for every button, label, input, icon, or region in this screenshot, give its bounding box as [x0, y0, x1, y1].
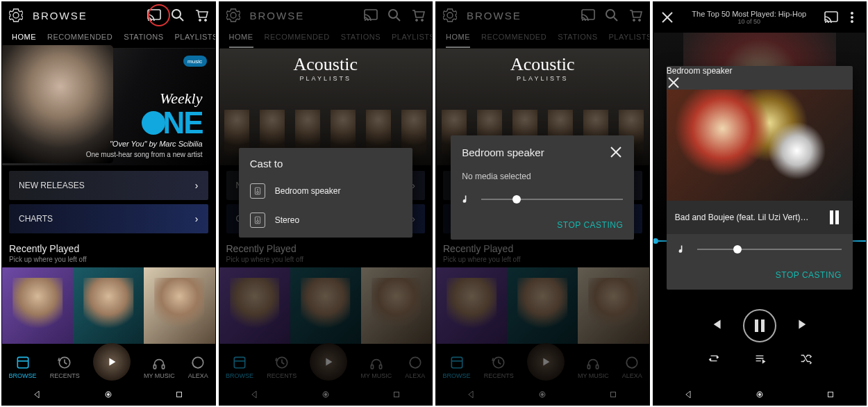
screen-browse: BROWSE HOME RECOMMENDED STATIONS PLAYLIS… [1, 1, 216, 406]
android-nav-bar [2, 385, 215, 405]
nav-now-playing[interactable] [93, 343, 131, 381]
mini-pause-button[interactable] [825, 208, 844, 227]
cast-device-row[interactable]: Stereo [239, 206, 412, 235]
search-icon[interactable] [171, 8, 185, 22]
android-home-icon[interactable] [755, 390, 765, 401]
volume-slider[interactable] [697, 249, 842, 250]
recent-thumb[interactable] [2, 267, 73, 344]
volume-row [451, 184, 634, 215]
next-track-icon[interactable] [796, 317, 811, 334]
cast-session-dialog: Bedroom speaker No media selected STOP C… [451, 135, 634, 240]
cast-to-dialog: Cast to Bedroom speaker Stereo [239, 148, 412, 238]
speaker-device-icon [250, 183, 265, 199]
hero-tagline: One must-hear song from a new artist [86, 151, 203, 158]
more-icon[interactable] [845, 10, 859, 24]
player-top-bar: The Top 50 Most Played: Hip-Hop 10 of 50 [653, 2, 867, 33]
recent-thumb[interactable] [73, 267, 144, 344]
nav-my-music[interactable]: MY MUSIC [144, 355, 175, 379]
speaker-device-icon [250, 213, 265, 228]
music-note-icon [462, 194, 473, 205]
screen-now-playing: The Top 50 Most Played: Hip-Hop 10 of 50… [653, 1, 867, 406]
hero-subtitle: PLAYLISTS [294, 75, 358, 82]
row-new-releases[interactable]: NEW RELEASES › [9, 171, 208, 200]
cast-session-dialog: Bedroom speaker Bad and Boujee (feat. Li… [667, 66, 853, 290]
cast-device-name: Bedroom speaker [275, 186, 341, 196]
android-back-icon[interactable] [684, 390, 694, 401]
android-recents-icon[interactable] [826, 390, 835, 401]
track-position: 10 of 50 [681, 18, 818, 25]
cart-icon[interactable] [194, 8, 208, 22]
screen-cast-to: BROWSE HOME RECOMMENDED STATIONS PLAYLIS… [219, 1, 433, 406]
recent-thumb[interactable] [144, 267, 215, 344]
close-icon[interactable] [609, 145, 623, 159]
close-icon[interactable] [660, 10, 674, 24]
android-recents-icon[interactable] [174, 390, 184, 401]
hero-song-credit: "Over You" by Marc Scibilia [86, 140, 203, 148]
playlist-title: The Top 50 Most Played: Hip-Hop [681, 10, 818, 18]
tab-stations[interactable]: STATIONS [124, 28, 163, 48]
android-back-icon[interactable] [33, 390, 42, 401]
settings-gear-icon[interactable] [9, 8, 23, 22]
stop-casting-button[interactable]: STOP CASTING [667, 265, 853, 283]
cast-device-name: Stereo [275, 215, 299, 225]
android-home-icon[interactable] [103, 390, 113, 401]
screen-cast-connected: BROWSE HOME RECOMMENDED STATIONS PLAYLIS… [435, 1, 650, 406]
top-bar: BROWSE [2, 2, 215, 28]
cast-icon[interactable] [824, 10, 838, 24]
recently-played-title: Recently Played [2, 238, 215, 256]
cast-device-row[interactable]: Bedroom speaker [239, 176, 412, 206]
chevron-right-icon: › [195, 180, 199, 191]
chevron-right-icon: › [195, 213, 199, 224]
song-title: Bad and Boujee (feat. Lil Uzi Vert)… [675, 213, 825, 222]
no-media-label: No media selected [451, 169, 634, 184]
repeat-icon[interactable] [708, 352, 720, 367]
queue-icon[interactable] [753, 352, 766, 367]
now-playing-cover [667, 90, 853, 201]
shuffle-icon[interactable] [799, 352, 812, 367]
recently-played-subtitle: Pick up where you left off [2, 256, 215, 267]
nav-browse[interactable]: BROWSE [9, 355, 37, 379]
player-controls [653, 299, 867, 376]
dialog-title: Bedroom speaker [667, 66, 733, 76]
music-badge: music [183, 56, 207, 67]
volume-slider[interactable] [481, 199, 623, 200]
page-title: BROWSE [33, 10, 137, 22]
recently-played-thumbs [2, 267, 215, 344]
dialog-title: Bedroom speaker [462, 147, 544, 158]
stop-casting-button[interactable]: STOP CASTING [451, 215, 634, 233]
play-pause-button[interactable] [743, 309, 776, 342]
hero-one-wordmark: NE [86, 108, 203, 138]
row-charts[interactable]: CHARTS › [9, 204, 208, 233]
music-note-icon [678, 244, 689, 255]
row-label: CHARTS [19, 214, 53, 224]
nav-alexa[interactable]: ALEXA [188, 355, 208, 379]
hero-title: Acoustic [294, 54, 358, 75]
nav-recents[interactable]: RECENTS [50, 355, 80, 379]
hero-banner[interactable]: music Weekly NE "Over You" by Marc Scibi… [2, 49, 215, 165]
cast-icon[interactable] [147, 8, 161, 22]
tab-playlists[interactable]: PLAYLISTS [175, 28, 216, 48]
close-icon[interactable] [667, 76, 681, 90]
previous-track-icon[interactable] [708, 317, 724, 334]
row-label: NEW RELEASES [19, 181, 85, 190]
bottom-nav: BROWSE RECENTS MY MUSIC ALEXA [2, 348, 215, 385]
dialog-title: Cast to [239, 158, 412, 176]
